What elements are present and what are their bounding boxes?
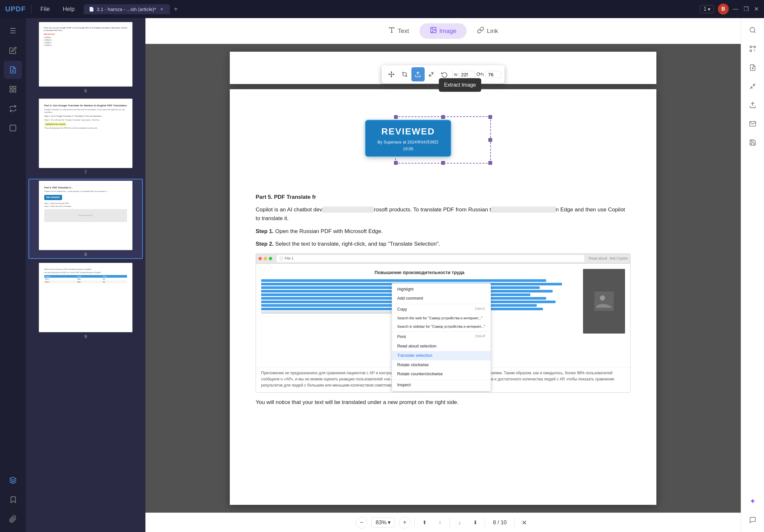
sidebar-item-edit[interactable] (4, 41, 22, 60)
menu-divider-1 (392, 304, 490, 304)
sidebar-item-document-view[interactable]: ☰ (4, 22, 22, 40)
menu-copy[interactable]: Copy Ctrl+C (392, 305, 490, 314)
menu-rotate-cw[interactable]: Rotate clockwise (392, 360, 490, 370)
tab-close-button[interactable]: ✕ (159, 6, 165, 12)
ai-icon[interactable]: ✦ (745, 493, 761, 509)
text-line-1 (261, 279, 546, 282)
close-button[interactable]: ✕ (754, 6, 759, 13)
menu-search-sidebar[interactable]: Search in sidebar for "Самор устройства … (392, 323, 490, 331)
image-tool-label: Image (440, 28, 457, 35)
step1-text: Open the Russian PDF with Microsoft Edge… (275, 228, 383, 234)
tab-bar: 📄 3.1 - hamza - ...ish (article)* ✕ + (84, 4, 695, 14)
height-input[interactable] (485, 71, 501, 78)
zoom-dropdown-icon: ▾ (388, 519, 391, 526)
height-label: h (481, 71, 484, 78)
main-layout: ☰ (0, 18, 764, 532)
maximize-button[interactable]: ❐ (744, 6, 749, 13)
image-tool-button[interactable]: Image (420, 23, 467, 39)
bookmark-icon[interactable] (4, 491, 22, 509)
menu-search-web[interactable]: Search the web for "Самор устройства и и… (392, 314, 490, 323)
title-divider (31, 4, 31, 14)
thumb-stamp: REVIEWED (44, 195, 62, 200)
para1: Copilot is an AI chatbot devrosoft produ… (256, 205, 631, 223)
spin-btn[interactable]: ⟳ (477, 70, 481, 79)
ocr-tool-icon[interactable] (745, 41, 761, 57)
zoom-in-button[interactable]: + (399, 517, 410, 528)
svg-rect-4 (14, 90, 16, 92)
browser-doc-title: Повышение производительности труда (261, 269, 578, 276)
handle-tl[interactable] (394, 115, 398, 119)
extract-pages-icon[interactable] (745, 60, 761, 76)
step2-label: Step 2. (256, 241, 274, 247)
text-tool-label: Text (398, 28, 409, 35)
user-avatar[interactable]: B (718, 4, 729, 15)
menu-inspect[interactable]: Inspect (392, 380, 490, 390)
step2: Step 2. Select the text to translate, ri… (256, 240, 631, 248)
menu-add-comment[interactable]: Add comment (392, 294, 490, 303)
add-tab-button[interactable]: + (171, 6, 180, 13)
thumbnail-label-9: 9 (84, 334, 87, 339)
zoom-value-display[interactable]: 83% ▾ (371, 517, 395, 527)
menu-print[interactable]: Print Ctrl+P (392, 332, 490, 342)
compress-icon[interactable] (745, 78, 761, 94)
file-menu[interactable]: File (37, 5, 54, 14)
handle-tr[interactable] (488, 115, 492, 119)
scroll-down-button[interactable]: ↓ (454, 517, 466, 528)
save-icon[interactable] (745, 134, 761, 151)
text-tool-button[interactable]: Text (378, 23, 420, 39)
width-input[interactable] (459, 71, 475, 78)
move-tool-btn[interactable] (385, 67, 398, 82)
handle-mr[interactable] (488, 138, 492, 142)
crop-tool-btn[interactable] (398, 67, 411, 82)
close-bar-button[interactable]: ✕ (519, 517, 530, 528)
thumbnail-page-8[interactable]: Part 5. PDF Translate fr... Copilot is a… (28, 179, 143, 259)
menu-rotate-ccw[interactable]: Rotate counterclockwise (392, 369, 490, 379)
tab-item-active[interactable]: 📄 3.1 - hamza - ...ish (article)* ✕ (84, 4, 170, 14)
menu-translate-selection[interactable]: Translate selection (392, 351, 490, 360)
thumbnail-label-7: 7 (84, 169, 87, 175)
search-tool-icon[interactable] (745, 22, 761, 38)
menu-highlight[interactable]: Highlight (392, 285, 490, 294)
handle-br[interactable] (488, 161, 492, 165)
menu-divider-3 (392, 379, 490, 380)
browser-bar: 📄 File 1 Read aloudAsk Copilot (256, 254, 630, 264)
pdf-content: Part 5. PDF Translate fr Copilot is an A… (256, 193, 631, 407)
scroll-top-button[interactable]: ⬆ (419, 517, 430, 528)
scroll-bottom-button[interactable]: ⬇ (469, 517, 481, 528)
page-indicator[interactable]: 1 ▾ (700, 5, 714, 13)
zoom-bar: − 83% ▾ + ⬆ ↑ ↓ ⬇ 8 / 10 ✕ (145, 513, 741, 532)
svg-rect-3 (14, 86, 16, 89)
thumbnail-page-7[interactable]: Part 4. Use Google Translate for Marken … (28, 97, 143, 176)
link-tool-button[interactable]: Link (467, 23, 508, 39)
sidebar-item-pages[interactable] (4, 80, 22, 98)
handle-bm[interactable] (441, 161, 445, 165)
context-menu: Highlight Add comment Copy Ctrl+C Search… (392, 283, 491, 391)
zoom-sep-4 (514, 518, 515, 527)
pdf-viewer[interactable]: w ⟳ h Extract Image (145, 44, 741, 513)
svg-point-11 (432, 28, 433, 29)
flip-tool-btn[interactable] (425, 67, 438, 82)
attachment-icon[interactable] (4, 510, 22, 528)
menu-read-aloud[interactable]: Read aloud selection (392, 342, 490, 351)
title-bar: UPDF File Help 📄 3.1 - hamza - ...ish (a… (0, 0, 764, 18)
stamp-subtitle-text: By Superace at 2024年04月09日 19:05 (374, 139, 442, 153)
thumbnail-page-9[interactable]: Which tool to Choose for PDF Translate R… (28, 262, 143, 340)
help-menu[interactable]: Help (59, 5, 79, 14)
thumbnail-page-6[interactable]: They may not use Google UPDF or Any Goog… (28, 21, 143, 95)
zoom-out-button[interactable]: − (356, 517, 367, 528)
zoom-sep-1 (414, 518, 415, 527)
layers-icon[interactable] (4, 471, 22, 489)
share-icon[interactable] (745, 97, 761, 113)
scroll-up-button[interactable]: ↑ (434, 517, 446, 528)
top-toolbar: Text Image (145, 18, 741, 44)
minimize-button[interactable]: — (733, 6, 738, 13)
handle-tm[interactable] (441, 115, 445, 119)
browser-url: 📄 File 1 (277, 255, 584, 262)
comment-icon[interactable] (745, 512, 761, 528)
handle-bl[interactable] (394, 161, 398, 165)
sidebar-item-redact[interactable] (4, 119, 22, 137)
mail-icon[interactable] (745, 116, 761, 132)
sidebar-item-compare[interactable] (4, 99, 22, 118)
sidebar-item-text-edit[interactable] (4, 61, 22, 79)
extract-image-btn[interactable] (411, 67, 425, 82)
